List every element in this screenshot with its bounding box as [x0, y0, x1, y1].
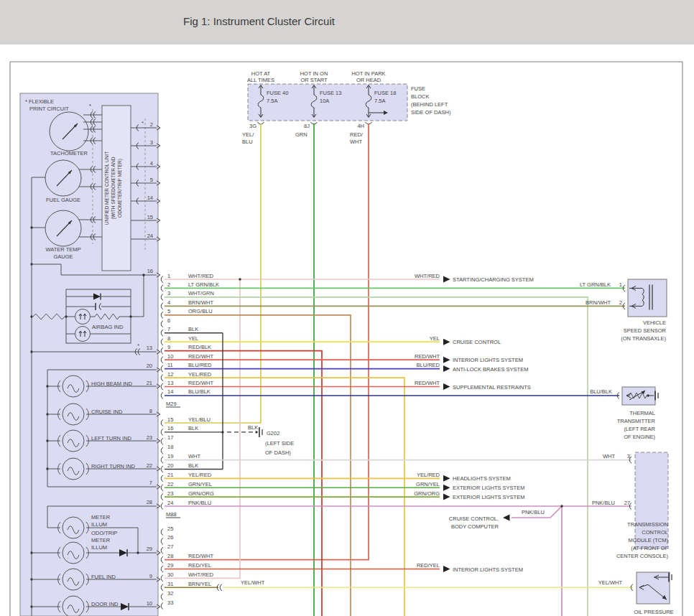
wire-label: PNK/BLU — [592, 500, 615, 506]
fuse-wire-label: RED/ — [350, 131, 364, 138]
pin-number: 4 — [150, 160, 153, 167]
fuse-block-label: SIDE OF DASH) — [411, 109, 451, 116]
pin-number: 29 — [167, 562, 173, 569]
wire-label: BLK — [248, 424, 258, 431]
wire-label: ORG/BLU — [188, 308, 213, 314]
wire-label: RED/WHT — [188, 353, 213, 360]
ground-location: (LEFT SIDE — [265, 440, 294, 447]
wire-label: RED/WHT — [415, 353, 440, 360]
junction-dot — [137, 551, 139, 554]
wire-label: PNK/BLU — [522, 509, 545, 515]
pin-number: 18 — [167, 444, 173, 450]
connector-cup — [161, 447, 163, 454]
connector-cup — [161, 603, 163, 610]
wire-label: WHT/GRN — [188, 290, 214, 297]
pin-number: 6 — [167, 317, 170, 324]
unified-meter-label: UNIFIED METER CONTROL UNIT — [104, 151, 109, 225]
pin-number: 8 — [167, 335, 170, 342]
indicator-label: RIGHT TURN IND — [91, 463, 136, 470]
wire — [165, 297, 588, 616]
destination-arrow-icon — [443, 357, 450, 363]
connector-cup — [161, 321, 163, 327]
pin-number: 3 — [167, 290, 170, 297]
pin-number: 9 — [149, 573, 152, 579]
pin-number: 29 — [147, 546, 152, 552]
connector-cup — [161, 594, 163, 600]
wire-label: YEL/BLU — [188, 416, 210, 423]
wire-label: WHT/RED — [415, 273, 440, 279]
destination-arrow-icon — [443, 485, 450, 491]
wire-label: RED/YEL — [188, 562, 211, 569]
junction-dot — [239, 278, 241, 280]
wire-label: GRN/ORG — [414, 490, 440, 497]
fuse-pin: 4H — [357, 123, 364, 129]
wire-label: GRN/YEL — [188, 481, 212, 487]
pin-number: 10 — [147, 600, 152, 607]
pin-number: 2 — [150, 121, 153, 128]
wire-label: YEL/RED — [188, 371, 212, 378]
pin-number: 3 — [150, 139, 153, 146]
pin-number: 31 — [167, 581, 173, 587]
hot-label: HOT IN ON — [300, 70, 328, 77]
wire-label: YEL/RED — [188, 472, 212, 478]
wiring-diagram: HOT ATALL TIMESFUSE 407.5A3GYEL/BLUHOT I… — [0, 45, 694, 616]
wire-label: BLK — [188, 425, 198, 431]
component-label: OF ENGINE) — [624, 434, 655, 440]
destination-label: CRUISE CONTROL, — [449, 515, 499, 522]
connector-cup — [161, 547, 163, 554]
fuse-name: FUSE 18 — [374, 90, 396, 96]
connector-cup — [161, 365, 163, 372]
connector-cup — [161, 556, 163, 563]
wire-label: BRN/YEL — [188, 581, 211, 587]
indicator-label: METER — [91, 514, 111, 521]
pin-number: 22 — [147, 462, 152, 469]
pin-number: 24 — [167, 500, 173, 506]
destination-arrow-icon — [503, 515, 510, 521]
figure-title-bar: Fig 1: Instrument Cluster Circuit — [0, 0, 694, 45]
pin-number: 4 — [167, 299, 170, 306]
connector-cup — [161, 503, 163, 510]
junction-dot — [142, 274, 144, 276]
connector-cup — [161, 294, 163, 300]
wire-label: BRN/WHT — [586, 299, 611, 306]
pin-number: 26 — [167, 534, 173, 541]
wire-label: YEL — [188, 335, 198, 342]
destination-label: EXTERIOR LIGHTS SYSTEM — [453, 494, 524, 500]
connector-cup — [161, 347, 163, 354]
panel-note: * FLEXIBLE — [25, 98, 54, 105]
vehicle-speed-sensor-box — [628, 279, 667, 317]
destination-arrow-icon — [443, 339, 450, 345]
pin-number: 15 — [147, 214, 153, 220]
junction-dot — [129, 315, 131, 317]
pin-number: 17 — [167, 434, 173, 441]
destination-arrow-icon — [443, 383, 450, 390]
destination-label: STARTING/CHARGING SYSTEM — [453, 276, 534, 283]
gauge-label: GAUGE — [53, 253, 73, 260]
connector-cup — [161, 494, 163, 500]
fuse-name: FUSE 40 — [267, 90, 288, 96]
component-label: CONTROL — [642, 529, 668, 536]
connector-cup — [161, 529, 163, 536]
destination-label: INTERIOR LIGHTS SYSTEM — [453, 357, 523, 363]
pin-number: 15 — [167, 416, 173, 423]
component-label: VEHICLE — [643, 319, 666, 326]
indicator-label: DOOR IND — [91, 601, 119, 607]
wire-label: WHT — [188, 453, 200, 459]
wire-label: LT GRN/BLK — [580, 281, 611, 288]
indicator-label: LEFT TURN IND — [91, 435, 132, 442]
pin-number: 20 — [167, 462, 173, 469]
hot-label: HOT IN PARK — [351, 70, 385, 77]
fuse-pin: 3G — [249, 123, 256, 129]
destination-arrow-icon — [443, 365, 450, 372]
fuse-wire-label: WHT — [350, 139, 362, 145]
wire-label: GRN/YEL — [416, 481, 440, 487]
asterisk: * — [89, 103, 91, 109]
destination-label: CRUISE CONTROL — [453, 339, 501, 345]
pin-number: 23 — [147, 434, 152, 441]
wire-label: WHT — [603, 453, 615, 459]
pin-number: 20 — [147, 363, 152, 369]
pin-number: 28 — [147, 499, 152, 505]
destination-label: EXTERIOR LIGHTS SYSTEM — [453, 485, 524, 491]
destination-label: HEADLIGHTS SYSTEM — [453, 475, 511, 482]
fuse-pin: 8J — [304, 123, 310, 129]
